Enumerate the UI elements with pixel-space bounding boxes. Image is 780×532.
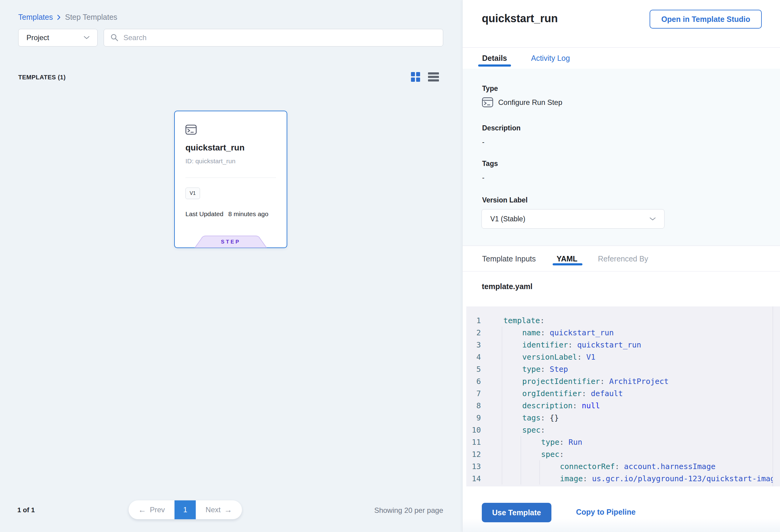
view-toggle: [411, 72, 439, 82]
yaml-line: 13connectorRef: account.harnessImage: [466, 460, 780, 472]
yaml-line: 11type: Run: [466, 436, 780, 448]
card-last-updated: Last Updated 8 minutes ago: [185, 210, 269, 217]
description-value: -: [482, 138, 485, 146]
yaml-line: 5type: Step: [466, 363, 780, 375]
template-details-panel: quickstart_run Open in Template Studio D…: [462, 0, 780, 532]
breadcrumb-current: Step Templates: [65, 13, 117, 21]
per-page-text: Showing 20 per page: [357, 506, 443, 515]
breadcrumb-templates-link[interactable]: Templates: [18, 13, 53, 21]
scope-dropdown[interactable]: Project: [18, 29, 98, 47]
yaml-line: 10spec:: [466, 424, 780, 436]
chevron-down-icon: [649, 217, 656, 221]
tab-activity-log[interactable]: Activity Log: [531, 54, 570, 63]
copy-to-pipeline-link[interactable]: Copy to Pipeline: [576, 508, 636, 517]
card-title: quickstart_run: [185, 143, 245, 153]
filter-row: Project: [18, 29, 443, 47]
arrow-left-icon: ←: [138, 506, 146, 514]
run-step-terminal-icon: [185, 125, 197, 135]
prev-label: Prev: [150, 505, 165, 514]
yaml-line: 6projectIdentifier: ArchitProject: [466, 375, 780, 387]
tags-value: -: [482, 174, 485, 182]
panel-title: quickstart_run: [482, 12, 558, 25]
yaml-line: 1template:: [466, 315, 780, 327]
page-1-button[interactable]: 1: [175, 500, 196, 519]
arrow-right-icon: →: [224, 506, 232, 514]
grid-view-icon[interactable]: [411, 72, 420, 82]
tab-yaml[interactable]: YAML: [556, 254, 578, 263]
yaml-code-viewer: 1template:2name: quickstart_run3identifi…: [466, 306, 780, 486]
version-badge: V1: [185, 188, 200, 199]
version-dropdown[interactable]: V1 (Stable): [482, 209, 665, 229]
breadcrumb: Templates Step Templates: [18, 13, 117, 21]
yaml-line: 7orgIdentifier: default: [466, 387, 780, 399]
list-view-icon[interactable]: [428, 72, 439, 82]
yaml-line: 4versionLabel: V1: [466, 351, 780, 363]
yaml-line: 3identifier: quickstart_run: [466, 339, 780, 351]
card-divider: [185, 178, 276, 178]
templates-page: Templates Step Templates Project TEMPLAT…: [0, 0, 780, 532]
yaml-line: 12spec:: [466, 448, 780, 460]
page-count: 1 of 1: [17, 506, 35, 514]
step-type-banner: STEP: [195, 236, 267, 248]
templates-count-heading: TEMPLATES (1): [18, 74, 66, 81]
yaml-line: 2name: quickstart_run: [466, 327, 780, 339]
prev-page-button[interactable]: ← Prev: [129, 500, 175, 519]
active-tab-indicator: [478, 64, 511, 66]
details-body: Type Configure Run Step Description - Ta…: [462, 69, 780, 246]
chevron-down-icon: [84, 36, 89, 39]
next-label: Next: [205, 505, 221, 514]
panel-footer: Use Template Copy to Pipeline: [462, 486, 780, 532]
tags-label: Tags: [482, 160, 498, 168]
card-id: ID: quickstart_run: [185, 157, 236, 165]
version-label: Version Label: [482, 196, 528, 204]
search-input[interactable]: [124, 34, 436, 42]
search-box: [104, 29, 443, 47]
yaml-subtabs: Template Inputs YAML Referenced By: [462, 246, 780, 271]
yaml-file-name: template.yaml: [482, 282, 533, 291]
chevron-right-icon: [57, 14, 61, 20]
yaml-line: 14image: us.gcr.io/playground-123/quicks…: [466, 472, 780, 485]
next-page-button[interactable]: Next →: [196, 500, 242, 519]
yaml-code-lines: 1template:2name: quickstart_run3identifi…: [466, 315, 780, 485]
scope-dropdown-value: Project: [27, 34, 49, 42]
subtabs-bottom-divider: [462, 271, 780, 272]
code-scrollbar[interactable]: [773, 306, 780, 486]
version-dropdown-value: V1 (Stable): [490, 215, 525, 223]
yaml-line: 8description: null: [466, 399, 780, 412]
templates-list-pane: Templates Step Templates Project TEMPLAT…: [0, 0, 462, 532]
type-label: Type: [482, 85, 498, 93]
tab-details[interactable]: Details: [482, 54, 507, 63]
tab-template-inputs[interactable]: Template Inputs: [482, 254, 536, 263]
active-subtab-indicator: [553, 263, 582, 265]
open-template-studio-button[interactable]: Open in Template Studio: [649, 10, 762, 29]
yaml-line: 9tags: {}: [466, 412, 780, 424]
type-value: Configure Run Step: [498, 98, 563, 107]
last-updated-value: 8 minutes ago: [228, 210, 269, 217]
search-icon: [111, 34, 118, 42]
template-card[interactable]: quickstart_run ID: quickstart_run V1 Las…: [174, 111, 287, 248]
last-updated-label: Last Updated: [185, 210, 224, 217]
run-step-terminal-icon-small: [482, 97, 493, 107]
step-banner-label: STEP: [195, 239, 267, 245]
tab-referenced-by[interactable]: Referenced By: [598, 254, 648, 263]
use-template-button[interactable]: Use Template: [482, 503, 551, 522]
pagination: ← Prev 1 Next →: [129, 500, 242, 519]
type-value-row: Configure Run Step: [482, 97, 563, 107]
description-label: Description: [482, 124, 521, 132]
